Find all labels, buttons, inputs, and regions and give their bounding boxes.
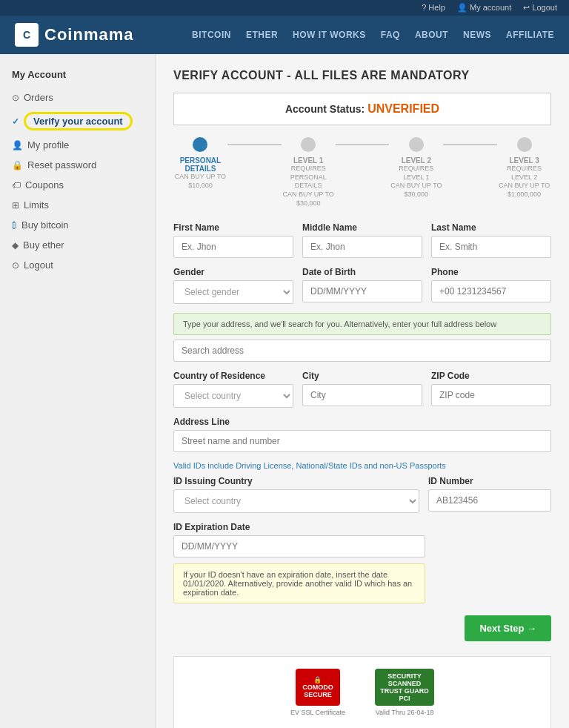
dob-input[interactable] xyxy=(302,280,422,302)
comodo-icon: 🔒COMODOSECURE xyxy=(296,669,340,706)
sidebar-item-buy-ether[interactable]: ◆ Buy ether xyxy=(0,235,155,255)
sidebar-item-coupons[interactable]: 🏷 Coupons xyxy=(0,175,155,195)
account-status-box: Account Status: UNVERIFIED xyxy=(173,93,551,125)
phone-input[interactable] xyxy=(431,280,551,302)
step-circle-2 xyxy=(301,137,316,152)
sidebar-item-profile[interactable]: 👤 My profile xyxy=(0,135,155,155)
limits-icon: ⊞ xyxy=(12,200,19,211)
sidebar-item-label: My profile xyxy=(27,139,69,150)
bitcoin-icon: ₿ xyxy=(12,220,17,231)
id-number-label: ID Number xyxy=(428,476,551,486)
logout-icon: ↩ xyxy=(523,3,532,12)
id-country-group: ID Issuing Country Select country xyxy=(173,476,419,513)
account-status-value: UNVERIFIED xyxy=(367,102,439,115)
profile-icon: 👤 xyxy=(12,140,23,150)
zip-input[interactable] xyxy=(431,384,551,406)
account-status-prefix: Account Status: xyxy=(285,103,365,115)
step-connector-2 xyxy=(336,144,390,145)
sidebar-item-label: Verify your account xyxy=(24,112,133,130)
address-hint: Type your address, and we'll search for … xyxy=(173,313,551,335)
step-desc-1: CAN BUY UP TO $10,000 xyxy=(173,173,227,190)
zip-group: ZIP Code xyxy=(431,371,551,408)
dob-group: Date of Birth xyxy=(302,267,422,304)
sidebar-item-verify[interactable]: ✓ Verify your account xyxy=(0,107,155,135)
gender-group: Gender Select gender Male Female Other xyxy=(173,267,293,304)
nav-ether[interactable]: ETHER xyxy=(246,30,278,40)
sidebar-item-reset-password[interactable]: 🔒 Reset password xyxy=(0,155,155,175)
step-desc-4b: CAN BUY UP TO $1,000,000 xyxy=(497,182,551,199)
country-select[interactable]: Select country xyxy=(173,384,293,408)
comodo-label: EV SSL Certificate xyxy=(290,709,345,716)
sidebar-item-label: Orders xyxy=(24,92,53,103)
id-country-label: ID Issuing Country xyxy=(173,476,419,486)
expiration-note: If your ID doesn't have an expiration da… xyxy=(173,563,425,603)
nav-news[interactable]: NEWS xyxy=(463,30,491,40)
step-connector-3 xyxy=(443,144,497,145)
step-desc-2a: REQUIRES PERSONAL DETAILS xyxy=(282,165,336,191)
country-label: Country of Residence xyxy=(173,371,293,381)
step-level2: LEVEL 2 REQUIRES LEVEL 1 CAN BUY UP TO $… xyxy=(389,137,443,199)
steps-wrapper: PERSONAL DETAILS CAN BUY UP TO $10,000 L… xyxy=(173,137,551,208)
main-nav: BITCOIN ETHER HOW IT WORKS FAQ ABOUT NEW… xyxy=(192,30,554,40)
nav-how-it-works[interactable]: HOW IT WORKS xyxy=(293,30,366,40)
address-line-input[interactable] xyxy=(173,430,551,452)
page-container: My Account ⊙ Orders ✓ Verify your accoun… xyxy=(0,54,569,728)
address-line-label: Address Line xyxy=(173,417,551,427)
nav-affiliate[interactable]: AFFILIATE xyxy=(506,30,554,40)
address-search-input[interactable] xyxy=(173,340,551,362)
last-name-label: Last Name xyxy=(431,222,551,233)
orders-icon: ⊙ xyxy=(12,93,19,103)
coupon-icon: 🏷 xyxy=(12,180,21,191)
location-row: Country of Residence Select country City… xyxy=(173,371,551,408)
sidebar-item-orders[interactable]: ⊙ Orders xyxy=(0,87,155,107)
first-name-input[interactable] xyxy=(173,236,293,258)
dob-label: Date of Birth xyxy=(302,267,422,277)
personal-details-form: First Name Middle Name Last Name Gender xyxy=(173,222,551,603)
middle-name-group: Middle Name xyxy=(302,222,422,258)
step-desc-3a: REQUIRES LEVEL 1 xyxy=(389,165,443,182)
step-label-3: LEVEL 2 xyxy=(402,156,431,165)
sidebar-item-logout[interactable]: ⊙ Logout xyxy=(0,255,155,275)
city-group: City xyxy=(302,371,422,408)
id-number-input[interactable] xyxy=(428,489,551,512)
last-name-input[interactable] xyxy=(431,236,551,258)
sidebar-item-buy-bitcoin[interactable]: ₿ Buy bitcoin xyxy=(0,215,155,235)
next-step-button[interactable]: Next Step → xyxy=(465,615,551,641)
step-personal-details: PERSONAL DETAILS CAN BUY UP TO $10,000 xyxy=(173,137,227,190)
nav-about[interactable]: ABOUT xyxy=(415,30,448,40)
sidebar-item-limits[interactable]: ⊞ Limits xyxy=(0,195,155,215)
step-desc-3b: CAN BUY UP TO $30,000 xyxy=(389,182,443,199)
step-label-2: LEVEL 1 xyxy=(293,156,323,165)
sidebar-logout-icon: ⊙ xyxy=(12,260,19,271)
nav-faq[interactable]: FAQ xyxy=(381,30,400,40)
id-number-group: ID Number xyxy=(428,476,551,513)
ether-icon: ◆ xyxy=(12,240,19,251)
step-level1: LEVEL 1 REQUIRES PERSONAL DETAILS CAN BU… xyxy=(282,137,336,208)
step-circle-4 xyxy=(517,137,532,152)
middle-name-input[interactable] xyxy=(302,236,422,258)
step-level3: LEVEL 3 REQUIRES LEVEL 2 CAN BUY UP TO $… xyxy=(497,137,551,199)
step-circle-3 xyxy=(409,137,424,152)
address-line-row: Address Line xyxy=(173,417,551,452)
sidebar-item-label: Limits xyxy=(24,199,49,211)
my-account-link[interactable]: 👤 My account xyxy=(457,3,511,13)
header: C Coinmama BITCOIN ETHER HOW IT WORKS FA… xyxy=(0,16,569,54)
phone-group: Phone xyxy=(431,267,551,304)
sidebar: My Account ⊙ Orders ✓ Verify your accoun… xyxy=(0,54,156,728)
logout-link[interactable]: ↩ Logout xyxy=(523,3,557,13)
id-expiration-group: ID Expiration Date xyxy=(173,522,425,557)
city-input[interactable] xyxy=(302,384,422,406)
id-country-select[interactable]: Select country xyxy=(173,489,419,513)
gender-label: Gender xyxy=(173,267,293,277)
help-icon: ? xyxy=(422,3,428,12)
nav-bitcoin[interactable]: BITCOIN xyxy=(192,30,231,40)
gender-select[interactable]: Select gender Male Female Other xyxy=(173,280,293,304)
id-expiration-input[interactable] xyxy=(173,535,425,557)
pci-icon: SECURITYSCANNEDTRUST GUARDPCI xyxy=(375,669,434,706)
zip-label: ZIP Code xyxy=(431,371,551,381)
lock-icon: 🔒 xyxy=(12,160,23,171)
help-link[interactable]: ? Help xyxy=(422,3,445,13)
sidebar-item-label: Buy bitcoin xyxy=(21,219,69,231)
step-desc-2b: CAN BUY UP TO $30,000 xyxy=(282,191,336,208)
last-name-group: Last Name xyxy=(431,222,551,258)
